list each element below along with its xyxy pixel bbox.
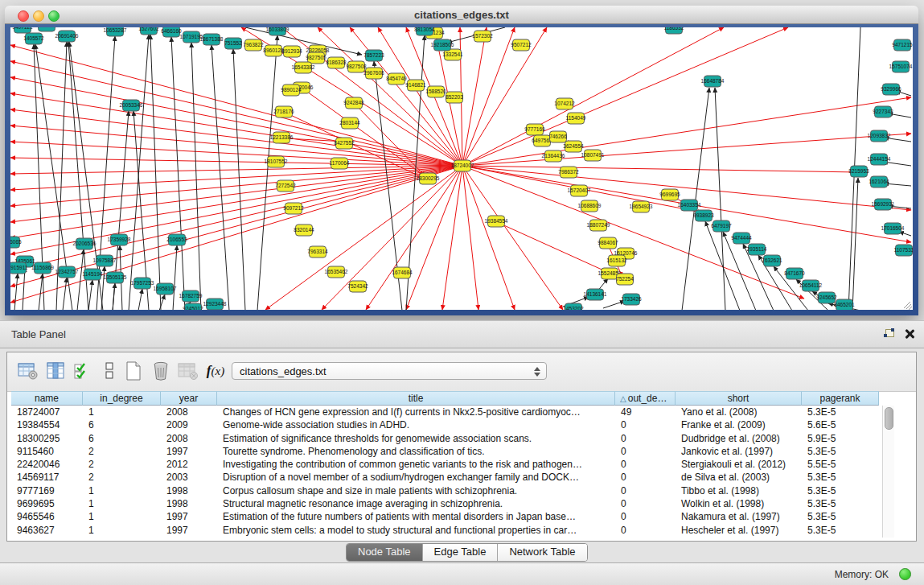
graph-node-label: 10975887 (93, 257, 117, 263)
column-header-name[interactable]: name (11, 391, 83, 406)
cell: 2 (83, 445, 161, 458)
graph-node-label: 9777169 (524, 126, 545, 132)
table-toolbar: f(x) citations_edges.txt (7, 352, 916, 392)
graph-edge[interactable] (462, 166, 563, 310)
graph-edge[interactable] (10, 166, 462, 270)
graph-node-label: 1107533 (894, 247, 913, 253)
delete-entries-button[interactable] (150, 360, 172, 382)
graph-node-label: 10653287 (104, 27, 127, 33)
select-mode-button[interactable] (71, 360, 93, 382)
table-settings-button[interactable] (17, 360, 39, 382)
tab-edge-table[interactable]: Edge Table (423, 544, 499, 561)
float-panel-icon[interactable] (884, 329, 895, 339)
graph-node-label: 3915911 (10, 265, 28, 270)
cell: 9465546 (11, 510, 83, 523)
graph-edge[interactable] (462, 27, 487, 166)
graph-edge[interactable] (150, 35, 161, 310)
cell: Nakamura et al. (1997) (676, 510, 802, 523)
graph-edge[interactable] (462, 134, 911, 166)
tab-network-table[interactable]: Network Table (498, 544, 586, 561)
table-row[interactable]: 1938455462009Genome-wide association stu… (11, 418, 879, 431)
graph-edge[interactable] (88, 280, 92, 310)
graph-edge[interactable] (63, 278, 67, 310)
table-panel-title: Table Panel (11, 328, 66, 340)
graph-edge[interactable] (715, 88, 725, 310)
table-row[interactable]: 1830029562008Estimation of significance … (11, 432, 879, 445)
table-row[interactable]: 1872400712008Changes of HCN gene express… (11, 406, 879, 418)
graph-node-label: 16535462 (325, 269, 348, 274)
graph-node-label: 15692931 (872, 201, 895, 207)
window-titlebar[interactable]: citations_edges.txt (5, 6, 918, 24)
graph-edge[interactable] (603, 301, 625, 308)
column-header-short[interactable]: short (676, 391, 802, 406)
network-svg[interactable]: 1872400718300295193845549777169649756874… (10, 27, 913, 310)
cell: 0 (615, 471, 676, 484)
graph-edge[interactable] (14, 274, 18, 310)
graph-edge[interactable] (211, 45, 229, 310)
graph-node-label: 8471670 (784, 270, 805, 276)
cell: Tourette syndrome. Phenomenology and cla… (217, 445, 615, 458)
close-panel-icon[interactable] (904, 328, 914, 339)
graph-node-label: 1170064 (330, 160, 350, 166)
graph-edge[interactable] (171, 37, 185, 310)
cell: 9699695 (11, 497, 83, 510)
table-row[interactable]: 977716911998Corpus callosum shape and si… (11, 484, 879, 497)
table-row[interactable]: 946554611997Estimation of the future num… (11, 510, 879, 523)
cell: 1 (83, 484, 161, 497)
column-header-pagerank[interactable]: pagerank (802, 391, 879, 406)
column-header-title[interactable]: title (217, 391, 615, 406)
new-table-button[interactable] (122, 360, 145, 382)
graph-edge[interactable] (462, 27, 515, 166)
graph-edge[interactable] (442, 166, 462, 310)
graph-edge[interactable] (173, 245, 177, 310)
graph-node-label: 19218506 (431, 42, 454, 47)
cell: 5.5E-5 (802, 458, 879, 471)
graph-node-label: 1074212 (554, 101, 575, 106)
graph-edge[interactable] (113, 283, 115, 310)
table-row[interactable]: 946362711997Embryonic stem cells: a mode… (11, 524, 879, 537)
tab-node-table[interactable]: Node Table (347, 544, 423, 561)
row-height-button[interactable] (98, 360, 121, 382)
column-header-year[interactable]: year (161, 391, 217, 406)
canvas-resize-grip[interactable] (904, 302, 912, 310)
graph-node-label: 752254 (616, 276, 634, 282)
table-selector-dropdown[interactable]: citations_edges.txt (232, 362, 547, 380)
cell: 5.3E-5 (802, 484, 879, 497)
memory-status-indicator[interactable] (899, 568, 911, 580)
cell: 5.9E-5 (802, 432, 879, 445)
graph-node-label: 1405572 (23, 35, 44, 41)
graph-edge[interactable] (233, 49, 245, 310)
graph-node-label: 9245652 (816, 295, 837, 300)
table-vertical-scrollbar[interactable] (882, 406, 894, 538)
column-organizer-button[interactable] (45, 360, 68, 382)
cell: 19384554 (11, 418, 83, 431)
graph-node-label: 18807249 (587, 222, 610, 228)
graph-edge[interactable] (138, 289, 142, 310)
graph-edge[interactable] (191, 43, 201, 310)
graph-node-label: 1588520 (425, 89, 446, 94)
graph-edge[interactable] (462, 27, 724, 166)
table-row[interactable]: 911546021997Tourette syndrome. Phenomeno… (11, 445, 879, 458)
column-header-in_degree[interactable]: in_degree (83, 391, 161, 406)
table-row[interactable]: 1456911722003Disruption of a novel membe… (11, 471, 879, 484)
function-builder-button[interactable]: f(x) (204, 360, 227, 382)
cell: 1997 (161, 510, 217, 523)
graph-node-label: 16403354 (678, 202, 701, 208)
graph-edge[interactable] (77, 249, 84, 310)
scrollbar-thumb[interactable] (885, 407, 893, 430)
cell: 5.6E-5 (802, 418, 879, 431)
cell: 49 (615, 406, 676, 418)
graph-node-label: 7963822 (243, 42, 264, 47)
graph-edge[interactable] (257, 35, 277, 310)
graph-canvas[interactable]: 1872400718300295193845549777169649756874… (10, 27, 913, 310)
table-row[interactable]: 2242004622012Investigating the contribut… (11, 458, 879, 471)
graph-edge[interactable] (10, 45, 462, 166)
table-row[interactable]: 969969511998Structural magnetic resonanc… (11, 497, 879, 510)
memory-status-label: Memory: OK (835, 569, 889, 580)
graph-edge[interactable] (462, 27, 788, 166)
cell: 2009 (161, 418, 217, 431)
cell: 22420046 (11, 458, 83, 471)
graph-edge[interactable] (682, 88, 709, 310)
cell: 9777169 (11, 484, 83, 497)
column-header-out_de[interactable]: △out_de… (615, 391, 676, 406)
